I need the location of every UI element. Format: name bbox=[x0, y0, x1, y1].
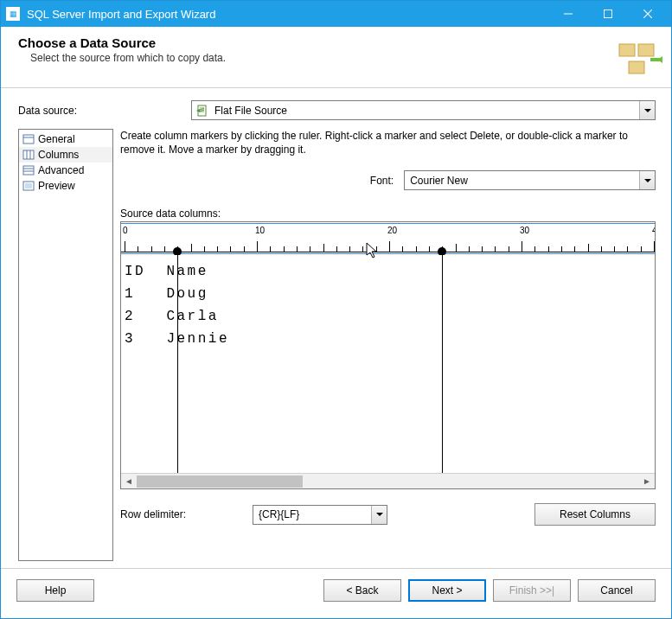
column-marker-line bbox=[177, 255, 178, 473]
scroll-left-icon[interactable]: ◄ bbox=[121, 474, 137, 488]
wizard-footer: Help < Back Next > Finish >>| Cancel bbox=[1, 568, 671, 612]
horizontal-scrollbar[interactable]: ◄ ► bbox=[121, 473, 655, 488]
cancel-button[interactable]: Cancel bbox=[578, 579, 656, 602]
close-button[interactable] bbox=[628, 1, 668, 27]
svg-rect-6 bbox=[629, 61, 644, 73]
columns-icon bbox=[22, 149, 35, 161]
ruler-label: 20 bbox=[387, 226, 397, 235]
wizard-header: Choose a Data Source Select the source f… bbox=[1, 27, 671, 88]
row-delimiter-dropdown[interactable]: {CR}{LF} bbox=[253, 505, 387, 525]
ruler-label: 40 bbox=[652, 226, 656, 235]
window-controls bbox=[548, 1, 668, 27]
svg-rect-18 bbox=[25, 183, 32, 188]
side-nav: GeneralColumnsAdvancedPreview bbox=[18, 129, 113, 561]
preview-icon bbox=[22, 180, 35, 192]
ruler-label: 10 bbox=[255, 226, 265, 235]
finish-button: Finish >>| bbox=[493, 579, 571, 602]
instructions-text: Create column markers by clicking the ru… bbox=[120, 129, 656, 156]
general-icon bbox=[22, 133, 35, 145]
font-label: Font: bbox=[370, 175, 394, 187]
maximize-button[interactable] bbox=[588, 1, 628, 27]
svg-rect-1 bbox=[605, 10, 612, 18]
row-delimiter-value: {CR}{LF} bbox=[253, 508, 371, 520]
row-delimiter-label: Row delimiter: bbox=[120, 508, 246, 520]
sidebar-item-label: Columns bbox=[38, 149, 79, 161]
sidebar-item-label: General bbox=[38, 133, 75, 145]
scroll-thumb[interactable] bbox=[137, 475, 303, 488]
title-bar: ▦ SQL Server Import and Export Wizard bbox=[1, 1, 671, 27]
sidebar-item-columns[interactable]: Columns bbox=[19, 147, 112, 163]
preview-text: ID Name 1 Doug 2 Carla 3 Jennie bbox=[121, 255, 655, 350]
data-source-label: Data source: bbox=[18, 105, 191, 117]
back-button[interactable]: < Back bbox=[323, 579, 401, 602]
font-value: Courier New bbox=[405, 175, 639, 187]
app-icon: ▦ bbox=[6, 7, 20, 21]
page-subtitle: Select the source from which to copy dat… bbox=[30, 52, 614, 64]
page-title: Choose a Data Source bbox=[18, 35, 614, 50]
column-ruler-panel[interactable]: 010203040 ID Name 1 Doug 2 Carla 3 Jenni… bbox=[120, 221, 656, 489]
svg-rect-4 bbox=[619, 44, 635, 56]
data-source-value: Flat File Source bbox=[213, 105, 639, 117]
sidebar-item-advanced[interactable]: Advanced bbox=[19, 163, 112, 178]
svg-rect-9 bbox=[23, 135, 34, 144]
data-source-dropdown[interactable]: Flat File Source bbox=[191, 100, 656, 120]
ruler-label: 30 bbox=[520, 226, 529, 235]
font-dropdown[interactable]: Courier New bbox=[404, 170, 656, 190]
column-marker-line bbox=[442, 255, 443, 473]
sidebar-item-label: Advanced bbox=[38, 164, 84, 176]
minimize-button[interactable] bbox=[548, 1, 588, 27]
reset-columns-button[interactable]: Reset Columns bbox=[534, 503, 656, 526]
advanced-icon bbox=[22, 164, 35, 176]
ruler[interactable]: 010203040 bbox=[121, 225, 655, 252]
chevron-down-icon[interactable] bbox=[639, 171, 655, 189]
help-button[interactable]: Help bbox=[16, 579, 94, 602]
next-button[interactable]: Next > bbox=[408, 579, 486, 602]
chevron-down-icon[interactable] bbox=[371, 506, 387, 524]
scroll-right-icon[interactable]: ► bbox=[639, 474, 655, 488]
flat-file-icon bbox=[195, 104, 209, 118]
chevron-down-icon[interactable] bbox=[639, 101, 655, 119]
svg-rect-14 bbox=[23, 166, 34, 175]
svg-rect-5 bbox=[638, 44, 654, 56]
sidebar-item-general[interactable]: General bbox=[19, 131, 112, 147]
window-title: SQL Server Import and Export Wizard bbox=[27, 8, 548, 21]
preview-pane: ID Name 1 Doug 2 Carla 3 Jennie bbox=[121, 255, 655, 473]
sidebar-item-label: Preview bbox=[38, 180, 75, 192]
svg-rect-11 bbox=[23, 150, 34, 159]
ruler-label: 0 bbox=[123, 226, 128, 235]
wizard-logo-icon bbox=[614, 35, 662, 84]
source-columns-label: Source data columns: bbox=[120, 207, 656, 220]
sidebar-item-preview[interactable]: Preview bbox=[19, 178, 112, 194]
